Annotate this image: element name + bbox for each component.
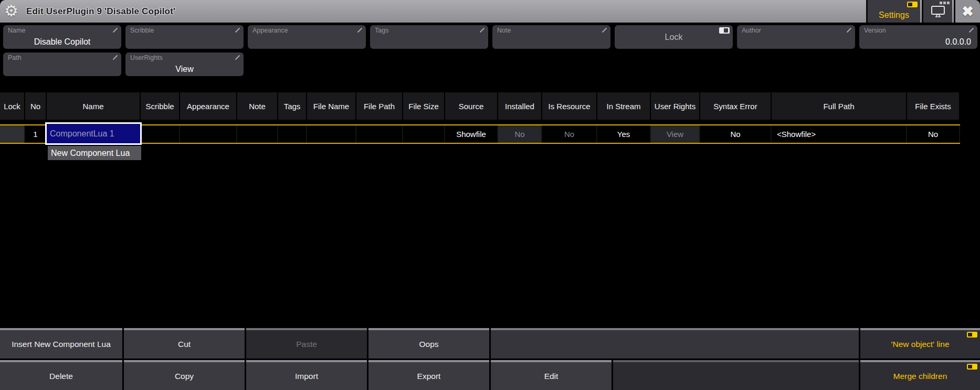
- column-header-file-path[interactable]: File Path: [356, 92, 403, 120]
- move-to-screen-button[interactable]: [922, 0, 952, 23]
- cell-file-name[interactable]: [307, 125, 356, 143]
- author-field-label: Author: [742, 27, 761, 34]
- column-header-lock[interactable]: Lock: [0, 92, 25, 120]
- column-header-full-path[interactable]: Full Path: [772, 92, 907, 120]
- cut-button[interactable]: Cut: [124, 328, 245, 359]
- edit-pencil-icon: [112, 55, 118, 60]
- edit-pencil-icon: [112, 27, 118, 33]
- cell-note[interactable]: [237, 125, 278, 143]
- cell-installed[interactable]: No: [498, 125, 542, 143]
- toggle-on-icon: [967, 364, 977, 370]
- edit-pencil-icon: [235, 55, 240, 60]
- column-header-file-size[interactable]: File Size: [403, 92, 445, 120]
- close-button[interactable]: ✖: [954, 0, 980, 23]
- cell-tags[interactable]: [278, 125, 307, 143]
- edit-pencil-icon: [357, 27, 363, 33]
- column-header-user-rights[interactable]: User Rights: [651, 92, 700, 120]
- column-header-in-stream[interactable]: In Stream: [597, 92, 651, 120]
- insert-new-component-lua-button[interactable]: Insert New Component Lua: [0, 328, 122, 359]
- path-field-label: Path: [8, 54, 22, 61]
- name-edit-suggestion[interactable]: New Component Lua: [48, 146, 141, 160]
- titlebar: ⚙ Edit UserPlugin 9 'Disable Copilot' Se…: [0, 0, 980, 23]
- appearance-field[interactable]: Appearance: [248, 25, 366, 49]
- merge-children-toggle[interactable]: Merge children: [860, 360, 980, 390]
- version-field-value: 0.0.0.0: [859, 37, 977, 47]
- merge-children-label: Merge children: [893, 372, 947, 381]
- import-button[interactable]: Import: [246, 360, 367, 390]
- empty-button-area: [491, 328, 859, 359]
- cell-scribble[interactable]: [141, 125, 180, 143]
- window-title: Edit UserPlugin 9 'Disable Copilot': [26, 0, 175, 23]
- lock-field-label: Lock: [615, 25, 733, 49]
- scribble-field[interactable]: Scribble: [125, 25, 244, 49]
- cell-lock[interactable]: [0, 125, 25, 143]
- property-fields-row-2: Path UserRights View: [3, 52, 244, 76]
- column-header-tags[interactable]: Tags: [278, 92, 307, 120]
- export-button[interactable]: Export: [368, 360, 489, 390]
- name-edit-value: ComponentLua 1: [50, 129, 114, 139]
- cell-no[interactable]: 1: [25, 125, 47, 143]
- cell-file-path[interactable]: [356, 125, 403, 143]
- cell-appearance[interactable]: [180, 125, 237, 143]
- cell-syntax-error[interactable]: No: [700, 125, 772, 143]
- column-header-file-exists[interactable]: File Exists: [907, 92, 960, 120]
- new-object-line-toggle[interactable]: 'New object' line: [860, 328, 980, 359]
- cell-in-stream[interactable]: Yes: [597, 125, 651, 143]
- cell-file-size[interactable]: [403, 125, 445, 143]
- path-field[interactable]: Path: [3, 52, 121, 76]
- table-row: 1 Showfile No No Yes View No <Showfile> …: [0, 124, 960, 144]
- userrights-field-label: UserRights: [130, 54, 163, 61]
- cell-file-exists[interactable]: No: [907, 125, 960, 143]
- column-header-syntax-error[interactable]: Syntax Error: [700, 92, 772, 120]
- tags-field-label: Tags: [375, 27, 388, 34]
- column-header-installed[interactable]: Installed: [498, 92, 542, 120]
- scribble-field-label: Scribble: [130, 27, 154, 34]
- toggle-on-icon: [967, 332, 977, 338]
- bottom-button-row-1: Insert New Component Lua Cut Paste Oops …: [0, 328, 980, 359]
- note-field[interactable]: Note: [492, 25, 610, 49]
- version-field[interactable]: Version 0.0.0.0: [859, 25, 977, 49]
- version-field-label: Version: [864, 27, 886, 34]
- userrights-field-value: View: [125, 65, 244, 74]
- delete-button[interactable]: Delete: [0, 360, 122, 390]
- column-header-scribble[interactable]: Scribble: [141, 92, 180, 120]
- edit-button[interactable]: Edit: [491, 360, 612, 390]
- property-fields-row-1: Name Disable Copilot Scribble Appearance…: [3, 25, 977, 49]
- column-header-source[interactable]: Source: [445, 92, 498, 120]
- cell-full-path[interactable]: <Showfile>: [772, 125, 907, 143]
- column-header-name[interactable]: Name: [47, 92, 141, 120]
- new-object-line-label: 'New object' line: [891, 340, 949, 349]
- edit-pencil-icon: [479, 27, 485, 33]
- cell-source[interactable]: Showfile: [445, 125, 498, 143]
- note-field-label: Note: [497, 27, 511, 34]
- column-header-appearance[interactable]: Appearance: [180, 92, 237, 120]
- oops-button[interactable]: Oops: [368, 328, 489, 359]
- column-header-is-resource[interactable]: Is Resource: [542, 92, 597, 120]
- lock-field[interactable]: Lock: [615, 25, 733, 49]
- name-field-value: Disable Copilot: [3, 37, 121, 47]
- bottom-button-row-2: Delete Copy Import Export Edit Merge chi…: [0, 360, 980, 390]
- settings-button-label: Settings: [879, 10, 909, 20]
- name-field-label: Name: [8, 27, 25, 34]
- column-header-no[interactable]: No: [25, 92, 47, 120]
- cell-user-rights[interactable]: View: [651, 125, 700, 143]
- toggle-on-icon: [907, 2, 918, 7]
- name-edit-box[interactable]: ComponentLua 1: [45, 122, 142, 145]
- paste-button[interactable]: Paste: [246, 328, 367, 359]
- appearance-field-label: Appearance: [252, 27, 288, 34]
- edit-pencil-icon: [602, 27, 607, 33]
- name-field[interactable]: Name Disable Copilot: [3, 25, 121, 49]
- tags-field[interactable]: Tags: [370, 25, 488, 49]
- edit-pencil-icon: [235, 27, 240, 33]
- author-field[interactable]: Author: [737, 25, 855, 49]
- monitor-icon: [931, 5, 945, 18]
- close-icon: ✖: [962, 3, 974, 20]
- settings-button[interactable]: Settings: [866, 0, 920, 23]
- copy-button[interactable]: Copy: [124, 360, 245, 390]
- column-header-note[interactable]: Note: [237, 92, 278, 120]
- cell-is-resource[interactable]: No: [542, 125, 597, 143]
- column-header-file-name[interactable]: File Name: [307, 92, 356, 120]
- userrights-field[interactable]: UserRights View: [125, 52, 244, 76]
- edit-pencil-icon: [968, 27, 974, 33]
- dots-icon: [940, 2, 950, 4]
